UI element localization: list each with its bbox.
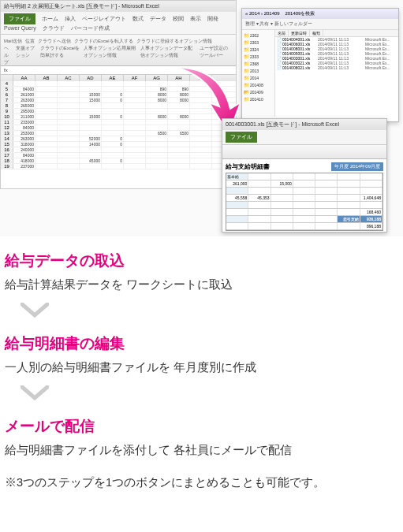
ribbon-tab[interactable]: データ [150, 16, 166, 21]
step-3-title: メールで配信 [5, 416, 398, 437]
chevron-down-icon [19, 300, 50, 322]
folder-item[interactable]: 2324 [244, 46, 273, 53]
folder-item[interactable]: 2302 [244, 32, 273, 39]
file-explorer-window: « 2014 › 201409 201409を検索 整理 ▾ 共有 ▾ 新しいフ… [241, 8, 399, 122]
folder-item[interactable]: 2014 [244, 74, 273, 81]
ribbon-tab[interactable]: 挿入 [65, 16, 76, 21]
spreadsheet-row[interactable]: 18418000450000 [1, 158, 236, 164]
folder-item[interactable]: 2013 [244, 67, 273, 74]
folder-item[interactable]: 2333 [244, 53, 273, 60]
column-header[interactable]: AB [35, 75, 58, 81]
spreadsheet-row[interactable]: 15318000140000 [1, 142, 236, 147]
ribbon-item[interactable]: ヘルプ [4, 45, 13, 66]
column-header[interactable]: AF [124, 75, 146, 81]
ribbon-item[interactable]: クラウドに登録するオプション情報 [136, 38, 212, 45]
step-1-desc: 給与計算結果データを ワークシートに取込 [5, 277, 398, 292]
excel-report-window: 0014003001.xls [互換モード] - Microsoft Excel… [222, 118, 387, 233]
column-header[interactable]: AA [13, 75, 35, 81]
ribbon-tab[interactable]: バーコード作成 [71, 25, 110, 31]
ribbon [222, 145, 386, 159]
spreadsheet-row[interactable]: 19237000 [1, 164, 236, 169]
ribbon: Mail送信位置クラウドへ送信クラウドのExcelを転入するクラウドに登録するオ… [1, 35, 236, 66]
step-2-desc: 一人別の給与明細書ファイルを 年月度別に作成 [5, 360, 398, 375]
ribbon-tab[interactable]: 数式 [132, 16, 144, 21]
footnote: ※3つのステップを1つのボタンにまとめることも可能です。 [5, 475, 398, 490]
file-tab[interactable]: ファイル [4, 13, 35, 24]
window-title: 0014003001.xls [互換モード] - Microsoft Excel [222, 119, 386, 130]
column-header[interactable]: AC [58, 75, 80, 81]
ribbon-item[interactable]: 支援オプション [16, 45, 36, 66]
illustration-area: 給与明細 2 次展開正集シート.xls [互換モード] - Microsoft … [0, 0, 403, 236]
ribbon-item[interactable]: Mail送信 [4, 38, 22, 45]
folder-item[interactable]: 201410 [244, 95, 273, 102]
folder-item[interactable]: 2303 [244, 39, 273, 46]
steps-section: 給与データの取込 給与計算結果データを ワークシートに取込 給与明細書の編集 一… [0, 236, 403, 498]
column-header[interactable]: AD [80, 75, 102, 81]
folder-item[interactable]: 2368 [244, 60, 273, 67]
payslip-report: 給与支給明細書 年月度 2014年09月度 基本給261,00015,00045… [222, 159, 386, 234]
column-header[interactable]: AG [146, 75, 168, 81]
ribbon-tab[interactable]: 校閲 [173, 16, 184, 21]
step-2-title: 給与明細書の編集 [5, 333, 398, 354]
file-list[interactable]: 名前更新日時種類 0014004001.xls2014/09/11 11:13M… [275, 30, 398, 117]
report-year-month: 年月度 2014年09月度 [331, 162, 383, 171]
ribbon-tabs: ファイル ホーム 挿入 ページレイアウト 数式 データ 校閲 表示 開発 Pow… [1, 12, 236, 35]
spreadsheet-row[interactable]: 1784000 [1, 153, 236, 158]
ribbon-item[interactable]: 人事オプション応用展開オプション情報 [84, 45, 137, 66]
step-3-desc: 給与明細書ファイルを添付して 各社員にメールで配信 [5, 443, 398, 458]
spreadsheet-row[interactable]: 16240000 [1, 147, 236, 153]
ribbon-item[interactable]: 位置 [25, 38, 35, 45]
ribbon-item[interactable]: クラウドのExcelを簡単計する [40, 45, 80, 66]
column-header[interactable]: 種類 [310, 30, 323, 36]
column-header[interactable]: 名前 [275, 30, 289, 36]
ribbon-tab[interactable]: クラウド [43, 25, 65, 31]
explorer-breadcrumb[interactable]: « 2014 › 201409 201409を検索 [242, 9, 398, 19]
folder-item[interactable]: 201408 [244, 81, 273, 88]
folder-tree[interactable]: 2302230323242333236820132014201408201409… [242, 30, 275, 117]
column-header[interactable]: AE [102, 75, 124, 81]
column-header[interactable]: 更新日時 [289, 30, 310, 36]
report-grid: 基本給261,00015,00045,55845,3531,404,648168… [226, 173, 383, 231]
report-title: 給与支給明細書 [226, 162, 270, 171]
ribbon-tab[interactable]: ホーム [42, 16, 58, 21]
ribbon-tab[interactable]: 開発 [207, 16, 218, 21]
file-item[interactable]: 0014008021.xls2014/09/11 11:13Microsoft … [275, 65, 398, 70]
ribbon-tab[interactable]: ページレイアウト [82, 16, 126, 21]
folder-item[interactable]: 201409 [244, 88, 273, 95]
ribbon-item[interactable]: クラウドへ送信 [38, 38, 71, 45]
chevron-down-icon [19, 383, 50, 405]
explorer-toolbar[interactable]: 整理 ▾ 共有 ▾ 新しいフォルダー [242, 19, 398, 30]
ribbon-tab[interactable]: Power Query [4, 25, 36, 31]
ribbon-item[interactable]: クラウドのExcelを転入する [74, 38, 133, 45]
window-title: 給与明細 2 次展開正集シート.xls [互換モード] - Microsoft … [1, 1, 236, 12]
ribbon-tabs: ファイル [222, 130, 386, 145]
step-1-title: 給与データの取込 [5, 251, 398, 271]
ribbon-tab[interactable]: 表示 [190, 16, 201, 21]
file-tab[interactable]: ファイル [226, 132, 257, 143]
